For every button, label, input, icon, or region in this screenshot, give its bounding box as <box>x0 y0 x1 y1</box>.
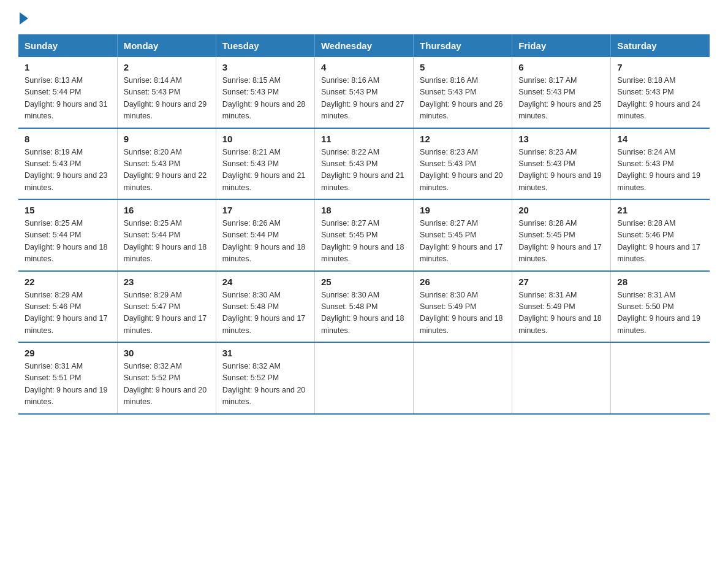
header-tuesday: Tuesday <box>216 34 314 57</box>
day-number: 11 <box>321 134 407 144</box>
day-number: 19 <box>420 205 506 215</box>
calendar-week-row: 29 Sunrise: 8:31 AMSunset: 5:51 PMDaylig… <box>18 342 710 414</box>
calendar-cell: 9 Sunrise: 8:20 AMSunset: 5:43 PMDayligh… <box>117 128 216 200</box>
day-number: 26 <box>420 277 506 287</box>
calendar-table: SundayMondayTuesdayWednesdayThursdayFrid… <box>18 34 710 415</box>
day-number: 14 <box>617 134 703 144</box>
day-number: 5 <box>420 62 506 72</box>
calendar-cell: 6 Sunrise: 8:17 AMSunset: 5:43 PMDayligh… <box>512 57 611 128</box>
calendar-cell: 1 Sunrise: 8:13 AMSunset: 5:44 PMDayligh… <box>18 57 117 128</box>
calendar-week-row: 8 Sunrise: 8:19 AMSunset: 5:43 PMDayligh… <box>18 128 710 200</box>
day-number: 31 <box>222 348 308 358</box>
logo-triangle-icon <box>20 12 28 25</box>
day-info: Sunrise: 8:16 AMSunset: 5:43 PMDaylight:… <box>420 75 506 123</box>
calendar-cell <box>611 342 710 414</box>
calendar-cell <box>314 342 413 414</box>
calendar-cell: 10 Sunrise: 8:21 AMSunset: 5:43 PMDaylig… <box>216 128 314 200</box>
calendar-cell: 5 Sunrise: 8:16 AMSunset: 5:43 PMDayligh… <box>414 57 512 128</box>
day-info: Sunrise: 8:28 AMSunset: 5:45 PMDaylight:… <box>518 218 604 266</box>
day-info: Sunrise: 8:23 AMSunset: 5:43 PMDaylight:… <box>518 147 604 194</box>
day-info: Sunrise: 8:13 AMSunset: 5:44 PMDaylight:… <box>25 75 111 123</box>
calendar-cell: 15 Sunrise: 8:25 AMSunset: 5:44 PMDaylig… <box>18 199 117 271</box>
day-info: Sunrise: 8:32 AMSunset: 5:52 PMDaylight:… <box>124 361 210 408</box>
calendar-cell <box>512 342 611 414</box>
day-info: Sunrise: 8:24 AMSunset: 5:43 PMDaylight:… <box>617 147 703 194</box>
header-friday: Friday <box>512 34 611 57</box>
page-header <box>18 12 710 25</box>
day-info: Sunrise: 8:30 AMSunset: 5:49 PMDaylight:… <box>420 289 506 337</box>
day-info: Sunrise: 8:27 AMSunset: 5:45 PMDaylight:… <box>321 218 407 266</box>
calendar-header-row: SundayMondayTuesdayWednesdayThursdayFrid… <box>18 34 710 57</box>
day-info: Sunrise: 8:31 AMSunset: 5:49 PMDaylight:… <box>518 289 604 337</box>
day-number: 17 <box>222 205 308 215</box>
day-info: Sunrise: 8:30 AMSunset: 5:48 PMDaylight:… <box>321 289 407 337</box>
day-number: 29 <box>25 348 111 358</box>
calendar-cell: 13 Sunrise: 8:23 AMSunset: 5:43 PMDaylig… <box>512 128 611 200</box>
day-number: 22 <box>25 277 111 287</box>
day-info: Sunrise: 8:32 AMSunset: 5:52 PMDaylight:… <box>222 361 308 408</box>
day-number: 9 <box>124 134 210 144</box>
day-number: 10 <box>222 134 308 144</box>
logo <box>18 12 29 25</box>
header-thursday: Thursday <box>414 34 512 57</box>
day-number: 8 <box>25 134 111 144</box>
day-number: 23 <box>124 277 210 287</box>
day-info: Sunrise: 8:25 AMSunset: 5:44 PMDaylight:… <box>25 218 111 266</box>
calendar-cell: 26 Sunrise: 8:30 AMSunset: 5:49 PMDaylig… <box>414 271 512 343</box>
header-sunday: Sunday <box>18 34 117 57</box>
day-number: 2 <box>124 62 210 72</box>
calendar-cell: 20 Sunrise: 8:28 AMSunset: 5:45 PMDaylig… <box>512 199 611 271</box>
day-number: 27 <box>518 277 604 287</box>
day-number: 15 <box>25 205 111 215</box>
calendar-cell: 17 Sunrise: 8:26 AMSunset: 5:44 PMDaylig… <box>216 199 314 271</box>
calendar-cell: 16 Sunrise: 8:25 AMSunset: 5:44 PMDaylig… <box>117 199 216 271</box>
day-number: 25 <box>321 277 407 287</box>
calendar-cell: 24 Sunrise: 8:30 AMSunset: 5:48 PMDaylig… <box>216 271 314 343</box>
calendar-cell: 2 Sunrise: 8:14 AMSunset: 5:43 PMDayligh… <box>117 57 216 128</box>
calendar-cell: 19 Sunrise: 8:27 AMSunset: 5:45 PMDaylig… <box>414 199 512 271</box>
calendar-week-row: 15 Sunrise: 8:25 AMSunset: 5:44 PMDaylig… <box>18 199 710 271</box>
day-info: Sunrise: 8:31 AMSunset: 5:50 PMDaylight:… <box>617 289 703 337</box>
day-info: Sunrise: 8:16 AMSunset: 5:43 PMDaylight:… <box>321 75 407 123</box>
day-info: Sunrise: 8:27 AMSunset: 5:45 PMDaylight:… <box>420 218 506 266</box>
day-info: Sunrise: 8:30 AMSunset: 5:48 PMDaylight:… <box>222 289 308 337</box>
day-info: Sunrise: 8:14 AMSunset: 5:43 PMDaylight:… <box>124 75 210 123</box>
calendar-cell: 22 Sunrise: 8:29 AMSunset: 5:46 PMDaylig… <box>18 271 117 343</box>
day-info: Sunrise: 8:26 AMSunset: 5:44 PMDaylight:… <box>222 218 308 266</box>
day-info: Sunrise: 8:23 AMSunset: 5:43 PMDaylight:… <box>420 147 506 194</box>
day-number: 20 <box>518 205 604 215</box>
calendar-week-row: 22 Sunrise: 8:29 AMSunset: 5:46 PMDaylig… <box>18 271 710 343</box>
calendar-cell: 14 Sunrise: 8:24 AMSunset: 5:43 PMDaylig… <box>611 128 710 200</box>
day-info: Sunrise: 8:22 AMSunset: 5:43 PMDaylight:… <box>321 147 407 194</box>
day-number: 12 <box>420 134 506 144</box>
calendar-cell: 25 Sunrise: 8:30 AMSunset: 5:48 PMDaylig… <box>314 271 413 343</box>
day-number: 30 <box>124 348 210 358</box>
day-info: Sunrise: 8:20 AMSunset: 5:43 PMDaylight:… <box>124 147 210 194</box>
day-number: 24 <box>222 277 308 287</box>
calendar-cell <box>414 342 512 414</box>
header-monday: Monday <box>117 34 216 57</box>
calendar-cell: 31 Sunrise: 8:32 AMSunset: 5:52 PMDaylig… <box>216 342 314 414</box>
day-number: 7 <box>617 62 703 72</box>
day-number: 1 <box>25 62 111 72</box>
day-info: Sunrise: 8:17 AMSunset: 5:43 PMDaylight:… <box>518 75 604 123</box>
calendar-cell: 4 Sunrise: 8:16 AMSunset: 5:43 PMDayligh… <box>314 57 413 128</box>
calendar-cell: 18 Sunrise: 8:27 AMSunset: 5:45 PMDaylig… <box>314 199 413 271</box>
calendar-cell: 23 Sunrise: 8:29 AMSunset: 5:47 PMDaylig… <box>117 271 216 343</box>
calendar-cell: 7 Sunrise: 8:18 AMSunset: 5:43 PMDayligh… <box>611 57 710 128</box>
day-number: 28 <box>617 277 703 287</box>
calendar-cell: 30 Sunrise: 8:32 AMSunset: 5:52 PMDaylig… <box>117 342 216 414</box>
day-info: Sunrise: 8:25 AMSunset: 5:44 PMDaylight:… <box>124 218 210 266</box>
calendar-cell: 3 Sunrise: 8:15 AMSunset: 5:43 PMDayligh… <box>216 57 314 128</box>
day-number: 21 <box>617 205 703 215</box>
day-number: 18 <box>321 205 407 215</box>
day-info: Sunrise: 8:19 AMSunset: 5:43 PMDaylight:… <box>25 147 111 194</box>
day-info: Sunrise: 8:28 AMSunset: 5:46 PMDaylight:… <box>617 218 703 266</box>
calendar-cell: 29 Sunrise: 8:31 AMSunset: 5:51 PMDaylig… <box>18 342 117 414</box>
calendar-cell: 11 Sunrise: 8:22 AMSunset: 5:43 PMDaylig… <box>314 128 413 200</box>
calendar-cell: 12 Sunrise: 8:23 AMSunset: 5:43 PMDaylig… <box>414 128 512 200</box>
calendar-cell: 8 Sunrise: 8:19 AMSunset: 5:43 PMDayligh… <box>18 128 117 200</box>
day-info: Sunrise: 8:18 AMSunset: 5:43 PMDaylight:… <box>617 75 703 123</box>
day-number: 16 <box>124 205 210 215</box>
day-info: Sunrise: 8:15 AMSunset: 5:43 PMDaylight:… <box>222 75 308 123</box>
